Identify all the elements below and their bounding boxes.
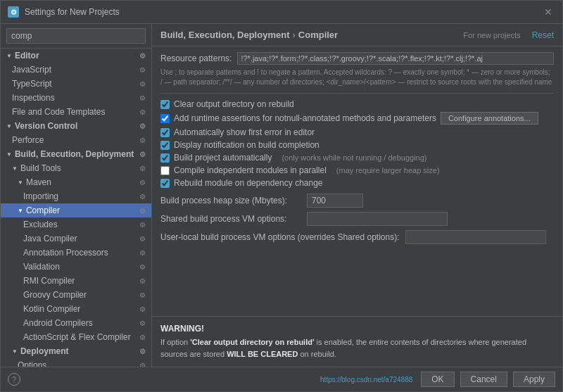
clear-output-label[interactable]: Clear output directory on rebuild	[174, 99, 294, 109]
display-notification-label[interactable]: Display notification on build completion	[174, 140, 320, 150]
perforce-label: Perforce	[12, 135, 44, 145]
compiler-label: Compiler	[26, 206, 60, 215]
build-tools-label: Build Tools	[20, 163, 61, 173]
apply-button[interactable]: Apply	[513, 372, 555, 387]
show-first-error-label[interactable]: Automatically show first error in editor	[174, 127, 315, 137]
sidebar-section-build[interactable]: ▼ Build, Execution, Deployment ⚙	[1, 147, 151, 161]
maven-label: Maven	[26, 177, 51, 187]
build-label: Build, Execution, Deployment	[15, 149, 134, 159]
settings-icon-groovy: ⚙	[139, 291, 146, 299]
settings-icon-rmi: ⚙	[139, 277, 146, 285]
rebuild-dependency-checkbox[interactable]	[160, 179, 170, 188]
sidebar-item-maven[interactable]: ▼ Maven ⚙	[1, 175, 151, 189]
build-automatically-label[interactable]: Build project automatically	[174, 153, 272, 163]
sidebar-item-importing[interactable]: Importing ⚙	[1, 189, 151, 203]
inspections-label: Inspections	[12, 93, 55, 103]
warning-box: WARNING! If option 'Clear output directo…	[152, 316, 562, 367]
reset-button[interactable]: Reset	[532, 30, 554, 40]
editor-label: Editor	[15, 51, 39, 61]
main-panel: Build, Execution, Deployment › Compiler …	[152, 24, 562, 367]
hint-text: Use ; to separate patterns and ! to nega…	[160, 68, 554, 94]
cancel-button[interactable]: Cancel	[460, 372, 507, 387]
excludes-label: Excludes	[23, 220, 58, 229]
sidebar-item-annotation-processors[interactable]: Annotation Processors ⚙	[1, 246, 151, 260]
breadcrumb: Build, Execution, Deployment › Compiler	[160, 30, 338, 40]
url-label: https://blog.csdn.net/a724888	[320, 376, 412, 384]
sidebar-item-kotlin-compiler[interactable]: Kotlin Compiler ⚙	[1, 302, 151, 316]
sidebar-item-javascript[interactable]: JavaScript ⚙	[1, 63, 151, 77]
build-automatically-checkbox[interactable]	[160, 153, 170, 163]
sidebar-item-excludes[interactable]: Excludes ⚙	[1, 217, 151, 232]
bottom-bar: ? https://blog.csdn.net/a724888 OK Cance…	[1, 367, 562, 391]
sidebar-item-build-tools[interactable]: ▼ Build Tools ⚙	[1, 161, 151, 175]
clear-output-checkbox[interactable]	[160, 100, 170, 109]
settings-icon-vc: ⚙	[139, 122, 146, 130]
sidebar-item-groovy-compiler[interactable]: Groovy Compiler ⚙	[1, 288, 151, 302]
user-local-vm-label: User-local build process VM options (ove…	[160, 232, 400, 242]
sidebar-section-version-control[interactable]: ▼ Version Control ⚙	[1, 119, 151, 133]
settings-icon-insp: ⚙	[139, 94, 146, 102]
help-button[interactable]: ?	[8, 373, 20, 386]
user-local-vm-input[interactable]	[405, 230, 546, 244]
kotlin-compiler-label: Kotlin Compiler	[23, 304, 80, 314]
compile-parallel-checkbox[interactable]	[160, 166, 170, 175]
settings-icon-dep: ⚙	[139, 348, 146, 355]
resource-patterns-input[interactable]	[237, 52, 554, 65]
display-notification-checkbox[interactable]	[160, 141, 170, 150]
panel-content: Resource patterns: Use ; to separate pat…	[152, 46, 562, 316]
settings-dialog: ⚙ Settings for New Projects ✕ ▼ Editor ⚙	[0, 0, 563, 392]
sidebar-item-file-code-templates[interactable]: File and Code Templates ⚙	[1, 105, 151, 119]
runtime-assertions-checkbox[interactable]	[160, 114, 170, 123]
build-automatically-note: (only works while not running / debuggin…	[282, 153, 426, 162]
dialog-title: Settings for New Projects	[25, 7, 120, 17]
sidebar-item-compiler[interactable]: ▼ Compiler ⚙	[1, 203, 151, 217]
search-input[interactable]	[6, 28, 146, 44]
settings-icon-android: ⚙	[139, 320, 146, 327]
warning-text: If option 'Clear output directory on reb…	[160, 336, 554, 360]
shared-vm-input[interactable]	[307, 212, 448, 226]
rebuild-dependency-row: Rebuild module on dependency change	[160, 178, 554, 188]
sidebar-item-actionscript-flex[interactable]: ActionScript & Flex Compiler ⚙	[1, 330, 151, 344]
sidebar-section-deployment[interactable]: ▼ Deployment ⚙	[1, 344, 151, 358]
importing-label: Importing	[23, 191, 58, 201]
rebuild-dependency-label[interactable]: Rebuild module on dependency change	[174, 178, 323, 188]
title-bar-left: ⚙ Settings for New Projects	[8, 6, 120, 18]
sidebar: ▼ Editor ⚙ JavaScript ⚙ TypeScript ⚙ Ins…	[1, 24, 152, 367]
settings-icon-val: ⚙	[139, 263, 146, 271]
heap-size-input[interactable]	[307, 194, 363, 208]
show-first-error-checkbox[interactable]	[160, 128, 170, 137]
close-button[interactable]: ✕	[541, 5, 555, 19]
sidebar-item-validation[interactable]: Validation ⚙	[1, 260, 151, 274]
settings-icon-build: ⚙	[139, 151, 146, 158]
ok-button[interactable]: OK	[421, 372, 454, 387]
java-compiler-label: Java Compiler	[23, 234, 77, 244]
sidebar-item-typescript[interactable]: TypeScript ⚙	[1, 77, 151, 91]
display-notification-row: Display notification on build completion	[160, 140, 554, 150]
version-control-label: Version Control	[15, 121, 77, 131]
settings-icon-maven: ⚙	[139, 179, 146, 186]
compile-parallel-label[interactable]: Compile independent modules in parallel	[174, 165, 327, 175]
for-new-projects-label: For new projects	[463, 31, 520, 39]
shared-vm-row: Shared build process VM options:	[160, 212, 554, 226]
clear-output-row: Clear output directory on rebuild	[160, 99, 554, 109]
sidebar-section-editor[interactable]: ▼ Editor ⚙	[1, 49, 151, 63]
warning-title: WARNING!	[160, 324, 554, 334]
settings-icon-comp: ⚙	[139, 207, 146, 215]
sidebar-item-options[interactable]: Options ⚙	[1, 358, 151, 367]
panel-header: Build, Execution, Deployment › Compiler …	[152, 24, 562, 46]
javascript-label: JavaScript	[12, 65, 51, 75]
sidebar-item-rmi-compiler[interactable]: RMI Compiler ⚙	[1, 274, 151, 288]
sidebar-item-inspections[interactable]: Inspections ⚙	[1, 91, 151, 105]
configure-annotations-button[interactable]: Configure annotations...	[441, 112, 538, 125]
sidebar-item-android-compilers[interactable]: Android Compilers ⚙	[1, 316, 151, 330]
compile-parallel-note: (may require larger heap size)	[336, 166, 440, 175]
typescript-label: TypeScript	[12, 79, 52, 89]
heap-size-label: Build process heap size (Mbytes):	[160, 196, 301, 206]
sidebar-item-java-compiler[interactable]: Java Compiler ⚙	[1, 232, 151, 246]
runtime-assertions-label[interactable]: Add runtime assertions for notnull-annot…	[174, 113, 436, 123]
settings-icon-kotlin: ⚙	[139, 305, 146, 313]
breadcrumb-parent: Build, Execution, Deployment	[160, 30, 289, 40]
actionscript-flex-label: ActionScript & Flex Compiler	[23, 332, 131, 342]
sidebar-item-perforce[interactable]: Perforce ⚙	[1, 133, 151, 147]
settings-icon-js: ⚙	[139, 66, 146, 74]
